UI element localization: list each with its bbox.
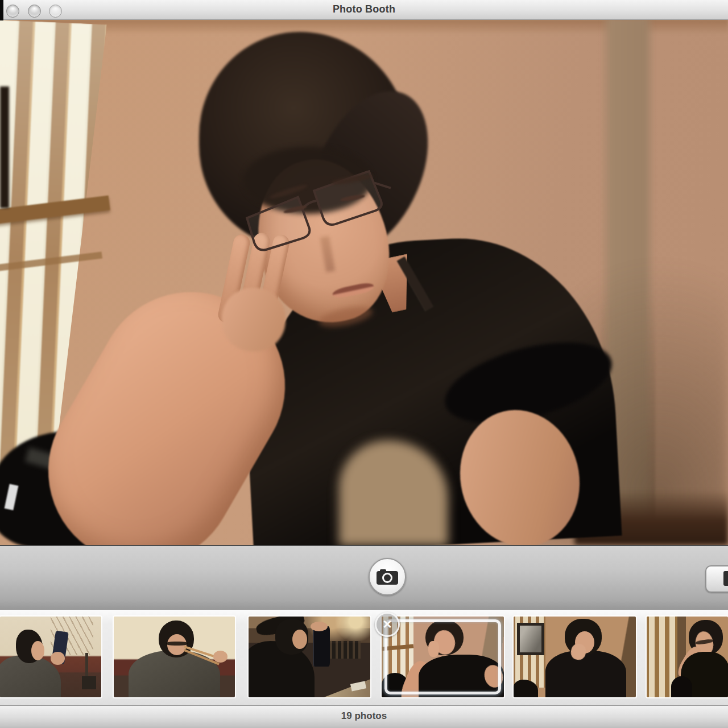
window-title: Photo Booth: [0, 0, 728, 19]
camera-icon: [375, 568, 399, 586]
effects-icon: [723, 571, 728, 586]
delete-photo-button[interactable]: ✕: [375, 612, 400, 637]
subject-body: [545, 651, 626, 697]
subject-face: [31, 641, 44, 660]
take-photo-button[interactable]: [369, 558, 406, 595]
shelf-bottles: [326, 641, 361, 659]
camera-preview: [0, 19, 728, 545]
status-bar: 19 photos: [0, 705, 728, 728]
floor-box: [82, 676, 96, 689]
picture-frame: [517, 623, 544, 655]
subject-hand: [311, 622, 328, 631]
photo-count-label: 19 photos: [0, 706, 728, 726]
selection-highlight: [384, 619, 501, 694]
thumbnail-photo-6[interactable]: [647, 617, 728, 697]
black-bag: [671, 676, 692, 697]
thumbnail-photo-1[interactable]: [0, 617, 101, 697]
subject-hand: [213, 651, 228, 663]
phone: [313, 626, 330, 667]
thumbnail-photo-4-selected[interactable]: [382, 617, 504, 697]
thumbnail-photo-3[interactable]: [249, 617, 370, 697]
photo-strip: ✕: [0, 610, 728, 705]
subject-palm: [222, 288, 286, 351]
title-bar: Photo Booth: [0, 0, 728, 20]
left-dark-edge: [0, 86, 9, 208]
subject-face: [292, 630, 307, 649]
desktop-corner-sliver: [0, 0, 3, 20]
photo-booth-window: Photo Booth: [0, 0, 728, 728]
effects-button[interactable]: [705, 565, 728, 593]
subject-hand: [51, 652, 65, 665]
toolbar: [0, 545, 728, 610]
thumbnail-photo-2[interactable]: [114, 617, 235, 697]
thumbnail-photo-5[interactable]: [514, 617, 636, 697]
